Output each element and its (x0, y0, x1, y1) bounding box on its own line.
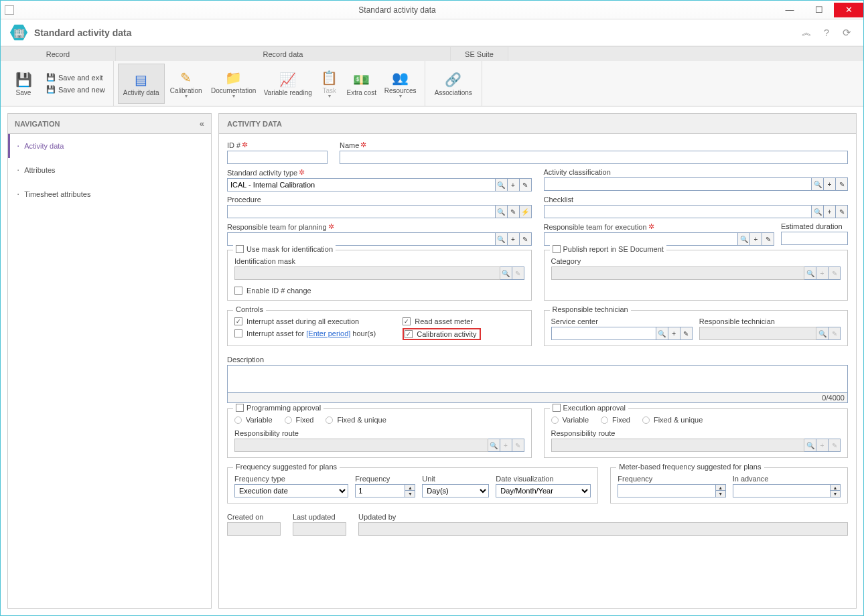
save-exit-icon: 💾 (46, 73, 56, 82)
tab-se-suite[interactable]: SE Suite (451, 47, 508, 61)
prog-fixed-radio (285, 416, 292, 424)
save-icon: 💾 (14, 70, 33, 89)
name-input[interactable] (340, 151, 848, 164)
created-on-label: Created on (227, 513, 281, 521)
clear-icon: ✎ (829, 327, 841, 340)
enable-id-change-checkbox[interactable] (234, 287, 242, 295)
resp-team-exec-input[interactable] (544, 232, 739, 246)
mfreq-down-button[interactable]: ▼ (716, 491, 725, 497)
mfreq-up-button[interactable]: ▲ (716, 485, 725, 491)
search-icon[interactable]: 🔍 (496, 205, 508, 218)
extra-cost-button[interactable]: 💵Extra cost (343, 64, 380, 104)
tab-record[interactable]: Record (1, 47, 116, 61)
read-meter-checkbox[interactable] (403, 317, 411, 325)
window-title: Standard activity data (19, 5, 775, 15)
add-icon[interactable]: + (750, 232, 762, 246)
associations-button[interactable]: 🔗Associations (429, 64, 478, 104)
nav-item-attributes[interactable]: Attributes (8, 158, 211, 182)
app-title: Standard activity data (34, 27, 132, 38)
frequency-input[interactable] (355, 484, 405, 497)
publish-report-fieldset: Publish report in SE Document Category 🔍… (544, 250, 849, 301)
clear-icon[interactable]: ✎ (508, 205, 520, 218)
calibration-activity-highlight: Calibration activity (403, 328, 481, 340)
use-mask-checkbox[interactable] (236, 245, 244, 253)
form-body: ID #✲ Name✲ Standard activity type✲ (219, 134, 856, 608)
documentation-button[interactable]: 📁Documentation▾ (208, 64, 260, 104)
prog-approval-checkbox[interactable] (236, 404, 244, 412)
service-center-input[interactable] (551, 327, 656, 340)
activity-data-button[interactable]: ▤Activity data (118, 64, 165, 104)
act-class-input[interactable] (544, 177, 812, 191)
content: NAVIGATION « Activity data Attributes Ti… (1, 106, 863, 615)
nav-item-timesheet-attributes[interactable]: Timesheet attributes (8, 182, 211, 206)
frequency-label: Frequency (355, 475, 415, 483)
save-exit-button[interactable]: 💾Save and exit (46, 73, 105, 82)
prog-fixed-unique-radio (326, 416, 333, 424)
help-icon[interactable]: ? (819, 25, 834, 40)
interrupt-for-checkbox[interactable] (234, 329, 242, 337)
clear-icon[interactable]: ✎ (520, 232, 532, 246)
freq-down-button[interactable]: ▼ (405, 491, 415, 497)
variable-reading-button[interactable]: 📈Variable reading (260, 64, 316, 104)
search-icon[interactable]: 🔍 (656, 327, 668, 340)
freq-type-select[interactable]: Execution date (234, 484, 348, 497)
clear-icon[interactable]: ✎ (836, 177, 848, 191)
description-textarea[interactable] (227, 365, 848, 393)
use-mask-fieldset: Use mask for identification Identificati… (227, 250, 532, 301)
collapse-nav-icon[interactable]: « (200, 119, 204, 129)
save-new-button[interactable]: 💾Save and new (46, 85, 105, 94)
maximize-button[interactable]: ☐ (804, 3, 834, 17)
ribbon-group-se-suite: 🔗Associations (425, 61, 482, 106)
nav-item-activity-data[interactable]: Activity data (8, 134, 211, 158)
add-icon[interactable]: + (824, 177, 836, 191)
add-icon[interactable]: + (508, 178, 520, 191)
est-duration-input[interactable] (781, 232, 848, 245)
documentation-icon: 📁 (224, 68, 243, 87)
procedure-input[interactable] (227, 205, 496, 218)
clear-icon[interactable]: ✎ (836, 205, 848, 218)
clear-icon[interactable]: ✎ (680, 327, 693, 340)
unit-select[interactable]: Day(s) (422, 484, 489, 497)
tab-record-data[interactable]: Record data (116, 47, 451, 61)
adv-up-button[interactable]: ▲ (831, 485, 840, 491)
save-options: 💾Save and exit 💾Save and new (42, 73, 109, 94)
calibration-button[interactable]: ✎Calibration▾ (165, 64, 208, 104)
search-icon[interactable]: 🔍 (812, 177, 824, 191)
resources-button[interactable]: 👥Resources▾ (380, 64, 421, 104)
add-icon[interactable]: + (824, 205, 836, 218)
add-icon[interactable]: + (668, 327, 680, 340)
in-advance-input[interactable] (733, 484, 831, 497)
freq-up-button[interactable]: ▲ (405, 485, 415, 491)
search-icon[interactable]: 🔍 (812, 205, 824, 218)
minimize-button[interactable]: — (775, 3, 804, 17)
search-icon[interactable]: 🔍 (496, 232, 508, 246)
calibration-activity-checkbox[interactable] (405, 330, 413, 338)
search-icon[interactable]: 🔍 (738, 232, 750, 246)
save-button[interactable]: 💾 Save (5, 64, 42, 104)
adv-down-button[interactable]: ▼ (831, 491, 840, 497)
name-label: Name✲ (340, 141, 848, 149)
chevron-down-icon: ▾ (328, 93, 331, 99)
est-duration-label: Estimated duration (781, 222, 848, 230)
enter-period-link[interactable]: [Enter period] (306, 329, 350, 337)
add-icon[interactable]: + (508, 232, 520, 246)
exec-fixed-unique-radio (642, 416, 650, 424)
clear-icon[interactable]: ✎ (520, 178, 532, 191)
id-input[interactable] (227, 151, 328, 164)
search-icon[interactable]: 🔍 (496, 178, 508, 191)
clear-icon[interactable]: ✎ (762, 232, 774, 246)
publish-report-checkbox[interactable] (553, 245, 561, 253)
date-vis-select[interactable]: Day/Month/Year (496, 484, 591, 497)
meter-frequency-input[interactable] (618, 484, 715, 497)
resp-team-plan-input[interactable] (227, 232, 496, 246)
exec-approval-checkbox[interactable] (553, 404, 561, 412)
refresh-icon[interactable]: ⟳ (839, 25, 854, 40)
std-act-type-input[interactable] (227, 178, 496, 191)
navigation-header: NAVIGATION « (8, 114, 211, 134)
checklist-input[interactable] (544, 205, 812, 218)
close-button[interactable]: ✕ (834, 3, 863, 17)
collapse-ribbon-icon[interactable]: ︽ (799, 25, 814, 40)
window: Standard activity data — ☐ ✕ 🏢 Standard … (0, 0, 864, 616)
interrupt-all-checkbox[interactable] (234, 317, 242, 325)
search-icon: 🔍 (500, 266, 512, 280)
